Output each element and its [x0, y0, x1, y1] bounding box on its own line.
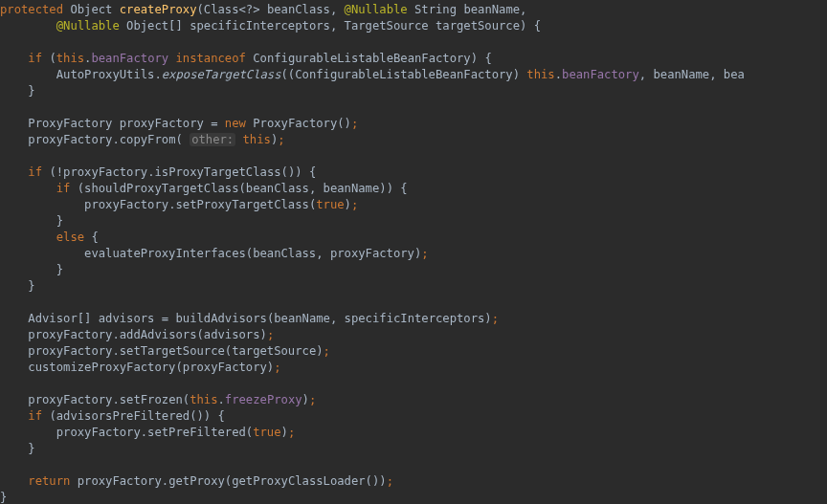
- code-line: AutoProxyUtils.exposeTargetClass((Config…: [0, 68, 745, 81]
- code-line: Advisor[] advisors = buildAdvisors(beanN…: [0, 312, 499, 325]
- kw-protected: protected: [0, 3, 63, 16]
- code-line: }: [0, 263, 63, 276]
- code-line: if (shouldProxyTargetClass(beanClass, be…: [0, 182, 408, 195]
- annotation-nullable: @Nullable: [345, 3, 408, 16]
- code-line: if (advisorsPreFiltered()) {: [0, 409, 225, 423]
- code-line: evaluateProxyInterfaces(beanClass, proxy…: [0, 247, 429, 260]
- method-name: createProxy: [120, 3, 197, 16]
- code-line: @Nullable Object[] specificInterceptors,…: [0, 19, 541, 33]
- code-line: ProxyFactory proxyFactory = new ProxyFac…: [0, 117, 358, 130]
- code-line: proxyFactory.addAdvisors(advisors);: [0, 328, 274, 341]
- code-line: customizeProxyFactory(proxyFactory);: [0, 361, 281, 374]
- code-line: if (!proxyFactory.isProxyTargetClass()) …: [0, 165, 316, 179]
- code-line: proxyFactory.copyFrom( other: this);: [0, 133, 285, 146]
- code-line: return proxyFactory.getProxy(getProxyCla…: [0, 474, 393, 488]
- code-line: proxyFactory.setProxyTargetClass(true);: [0, 198, 358, 211]
- param-hint-other: other:: [190, 133, 235, 146]
- code-line: }: [0, 442, 35, 455]
- code-line: proxyFactory.setPreFiltered(true);: [0, 426, 295, 439]
- code-line: }: [0, 84, 35, 98]
- field-beanFactory: beanFactory: [91, 52, 168, 65]
- code-line: }: [0, 491, 7, 504]
- code-line: }: [0, 279, 35, 293]
- code-editor[interactable]: protected Object createProxy(Class<?> be…: [0, 0, 827, 504]
- code-line: else {: [0, 230, 99, 244]
- annotation-nullable: @Nullable: [56, 19, 120, 33]
- code-line: proxyFactory.setTargetSource(targetSourc…: [0, 344, 330, 358]
- code-line: proxyFactory.setFrozen(this.freezeProxy)…: [0, 393, 316, 406]
- code-line: protected Object createProxy(Class<?> be…: [0, 3, 526, 16]
- code-line: }: [0, 214, 63, 228]
- code-line: if (this.beanFactory instanceof Configur…: [0, 52, 492, 65]
